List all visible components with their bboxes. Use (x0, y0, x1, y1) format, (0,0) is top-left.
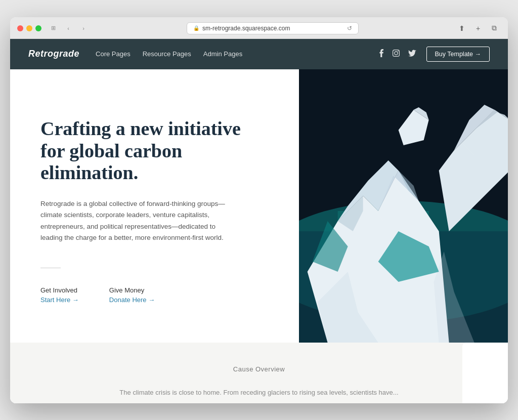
minimize-button[interactable] (26, 25, 32, 31)
nav-links: Core Pages Resource Pages Admin Pages (96, 50, 378, 58)
new-tab-icon[interactable]: + (471, 23, 485, 33)
browser-actions: ⬆ + ⧉ (455, 23, 501, 33)
address-bar-container: 🔒 sm-retrograde.squarespace.com ↺ (95, 22, 450, 34)
right-panel-decoration (462, 343, 508, 403)
browser-nav-controls: ⊞ ‹ › (47, 23, 90, 33)
cta-give-money-label: Give Money (109, 286, 155, 294)
cause-overview-label: Cause Overview (233, 365, 285, 373)
facebook-icon[interactable] (379, 49, 384, 59)
browser-window: ⊞ ‹ › 🔒 sm-retrograde.squarespace.com ↺ … (10, 17, 508, 403)
below-hero-section: Cause Overview The climate crisis is clo… (10, 343, 508, 403)
divider (40, 268, 61, 268)
nav-link-core-pages[interactable]: Core Pages (96, 50, 131, 58)
reload-icon[interactable]: ↺ (347, 25, 352, 32)
website-content: Retrograde Core Pages Resource Pages Adm… (10, 39, 508, 403)
hero-image (299, 69, 508, 343)
instagram-icon[interactable] (392, 49, 400, 59)
forward-button[interactable]: › (77, 23, 90, 33)
back-button[interactable]: ‹ (62, 23, 75, 33)
cta-get-involved-link[interactable]: Start Here → (40, 296, 79, 304)
share-icon[interactable]: ⬆ (455, 23, 468, 33)
lock-icon: 🔒 (193, 25, 199, 31)
browser-chrome: ⊞ ‹ › 🔒 sm-retrograde.squarespace.com ↺ … (10, 17, 508, 39)
cta-get-involved: Get Involved Start Here → (40, 286, 79, 304)
hero-content: Crafting a new initiative for global car… (10, 69, 299, 343)
svg-point-2 (398, 51, 399, 52)
below-hero-text: The climate crisis is close to home. Fro… (119, 389, 398, 396)
url-text: sm-retrograde.squarespace.com (202, 25, 290, 32)
address-bar[interactable]: 🔒 sm-retrograde.squarespace.com ↺ (187, 22, 359, 34)
hero-ctas: Get Involved Start Here → Give Money Don… (40, 286, 269, 304)
hero-section: Crafting a new initiative for global car… (10, 69, 508, 343)
social-links (379, 49, 416, 59)
hero-title: Crafting a new initiative for global car… (40, 118, 263, 184)
close-button[interactable] (17, 25, 23, 31)
sidebar-toggle-button[interactable]: ⊞ (47, 23, 60, 33)
svg-point-1 (394, 52, 397, 55)
twitter-icon[interactable] (408, 50, 416, 58)
site-nav: Retrograde Core Pages Resource Pages Adm… (10, 39, 508, 69)
maximize-button[interactable] (35, 25, 41, 31)
cta-get-involved-label: Get Involved (40, 286, 79, 294)
hero-description: Retrograde is a global collective of for… (40, 198, 233, 243)
nav-link-admin-pages[interactable]: Admin Pages (203, 50, 242, 58)
nav-link-resource-pages[interactable]: Resource Pages (143, 50, 191, 58)
tabs-overview-icon[interactable]: ⧉ (488, 23, 501, 33)
cta-give-money: Give Money Donate Here → (109, 286, 155, 304)
buy-template-button[interactable]: Buy Template → (426, 47, 490, 62)
site-logo[interactable]: Retrograde (28, 49, 79, 59)
traffic-lights (17, 25, 41, 31)
cta-give-money-link[interactable]: Donate Here → (109, 296, 155, 304)
